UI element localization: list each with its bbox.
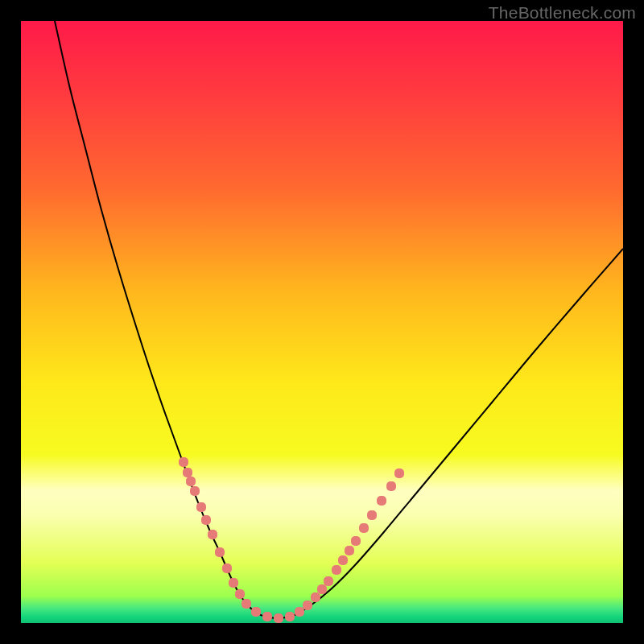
watermark-text: TheBottleneck.com bbox=[489, 3, 636, 23]
svg-rect-0 bbox=[21, 21, 623, 623]
chart-frame bbox=[21, 21, 623, 623]
background-gradient bbox=[21, 21, 623, 623]
